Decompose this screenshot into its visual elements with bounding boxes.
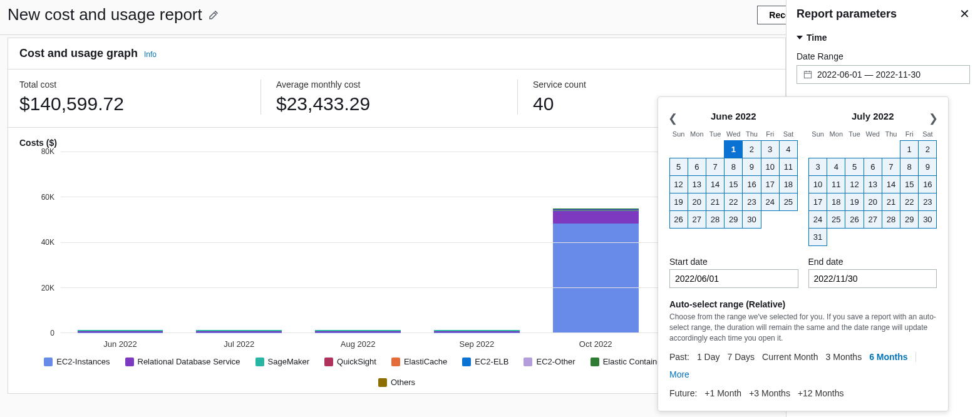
day-cell[interactable]: 8 (900, 158, 919, 176)
legend-item[interactable]: ElastiCache (391, 357, 447, 366)
day-cell[interactable]: 19 (845, 193, 864, 211)
day-cell[interactable]: 30 (742, 210, 761, 229)
day-cell[interactable]: 5 (845, 158, 864, 176)
legend-item[interactable]: Relational Database Service (125, 357, 240, 366)
day-cell[interactable]: 27 (864, 210, 882, 229)
day-cell[interactable]: 26 (845, 210, 864, 229)
day-cell[interactable]: 21 (706, 193, 725, 211)
auto-select-title: Auto-select range (Relative) (669, 299, 937, 309)
day-cell[interactable]: 1 (724, 140, 743, 158)
range-option[interactable]: 3 Months (826, 352, 862, 362)
close-icon[interactable]: ✕ (959, 6, 970, 21)
day-cell[interactable]: 2 (742, 140, 761, 158)
range-option[interactable]: +3 Months (749, 388, 790, 398)
day-cell[interactable]: 29 (724, 210, 743, 229)
prev-month-button[interactable]: ❮ (668, 111, 678, 125)
day-cell[interactable]: 8 (724, 158, 743, 176)
day-cell[interactable]: 6 (864, 158, 882, 176)
legend-item[interactable]: SageMaker (255, 357, 309, 366)
day-cell[interactable]: 29 (900, 210, 919, 229)
bar-jun-2022[interactable] (78, 311, 163, 332)
day-cell[interactable]: 22 (900, 193, 919, 211)
next-month-button[interactable]: ❯ (929, 111, 938, 125)
day-cell[interactable]: 12 (845, 175, 864, 193)
dow-label: Fri (761, 130, 779, 138)
bar-jul-2022[interactable] (196, 311, 282, 332)
day-cell[interactable]: 28 (706, 210, 725, 229)
day-cell[interactable]: 4 (827, 158, 845, 176)
range-option[interactable]: Current Month (762, 352, 818, 362)
legend-item[interactable]: EC2-Other (524, 357, 575, 366)
day-cell[interactable]: 20 (864, 193, 882, 211)
range-option[interactable]: +1 Month (704, 388, 741, 398)
day-cell[interactable]: 2 (918, 140, 937, 158)
legend-item[interactable]: QuickSight (324, 357, 376, 366)
legend-item[interactable]: EC2-ELB (462, 357, 508, 366)
date-range-value: 2022-06-01 — 2022-11-30 (817, 70, 921, 80)
day-cell[interactable]: 23 (918, 193, 937, 211)
legend-item[interactable]: Others (378, 378, 415, 387)
date-range-input[interactable]: 2022-06-01 — 2022-11-30 (797, 65, 970, 84)
info-link[interactable]: Info (144, 50, 157, 59)
bar-oct-2022[interactable] (553, 183, 639, 333)
start-date-input[interactable] (669, 269, 798, 288)
day-cell[interactable]: 4 (779, 140, 798, 158)
day-cell[interactable]: 9 (918, 158, 937, 176)
more-link[interactable]: More (669, 369, 689, 379)
date-fields: Start date End date (669, 257, 937, 288)
metric-total: Total cost $140,599.72 (19, 80, 260, 115)
day-cell[interactable]: 13 (864, 175, 882, 193)
day-cell[interactable]: 15 (900, 175, 919, 193)
day-cell[interactable]: 10 (808, 175, 827, 193)
day-cell[interactable]: 11 (827, 175, 845, 193)
day-cell[interactable]: 16 (918, 175, 937, 193)
day-cell[interactable]: 21 (882, 193, 900, 211)
day-cell[interactable]: 14 (882, 175, 900, 193)
day-cell[interactable]: 19 (669, 193, 688, 211)
day-cell[interactable]: 22 (724, 193, 743, 211)
day-cell[interactable]: 17 (761, 175, 780, 193)
day-cell[interactable]: 27 (688, 210, 706, 229)
day-cell[interactable]: 26 (669, 210, 688, 229)
day-cell[interactable]: 11 (779, 158, 798, 176)
day-cell[interactable]: 18 (827, 193, 845, 211)
day-cell[interactable]: 24 (808, 210, 827, 229)
day-cell[interactable]: 20 (688, 193, 706, 211)
day-cell[interactable]: 12 (669, 175, 688, 193)
day-cell[interactable]: 17 (808, 193, 827, 211)
day-cell[interactable]: 7 (882, 158, 900, 176)
day-cell[interactable]: 15 (724, 175, 743, 193)
range-option[interactable]: +12 Months (798, 388, 844, 398)
day-cell[interactable]: 31 (808, 228, 827, 246)
day-cell[interactable]: 13 (688, 175, 706, 193)
day-cell[interactable]: 7 (706, 158, 725, 176)
range-option[interactable]: 7 Days (727, 352, 755, 362)
end-date-input[interactable] (808, 269, 937, 288)
day-cell[interactable]: 10 (761, 158, 780, 176)
day-cell[interactable]: 5 (669, 158, 688, 176)
day-cell[interactable]: 14 (706, 175, 725, 193)
edit-icon[interactable] (209, 10, 219, 20)
day-cell[interactable]: 23 (742, 193, 761, 211)
legend-item[interactable]: EC2-Instances (44, 357, 110, 366)
range-option[interactable]: 1 Day (697, 352, 720, 362)
day-cell[interactable]: 9 (742, 158, 761, 176)
day-cell[interactable]: 3 (808, 158, 827, 176)
bar-aug-2022[interactable] (315, 311, 401, 332)
day-cell[interactable]: 6 (688, 158, 706, 176)
day-cell[interactable]: 18 (779, 175, 798, 193)
day-cell[interactable]: 1 (900, 140, 919, 158)
day-cell[interactable]: 25 (779, 193, 798, 211)
day-cell[interactable]: 3 (761, 140, 780, 158)
day-cell[interactable]: 24 (761, 193, 780, 211)
day-cell[interactable]: 28 (882, 210, 900, 229)
calendar-popover: ❮ ❯ June 2022SunMonTueWedThuFriSat123456… (658, 96, 949, 411)
day-cell[interactable]: 25 (827, 210, 845, 229)
svg-rect-0 (804, 71, 811, 78)
bar-sep-2022[interactable] (434, 311, 520, 332)
range-option[interactable]: 6 Months (869, 352, 907, 362)
day-cell[interactable]: 16 (742, 175, 761, 193)
time-section-toggle[interactable]: Time (797, 33, 970, 43)
day-empty (845, 140, 864, 158)
day-cell[interactable]: 30 (918, 210, 937, 229)
